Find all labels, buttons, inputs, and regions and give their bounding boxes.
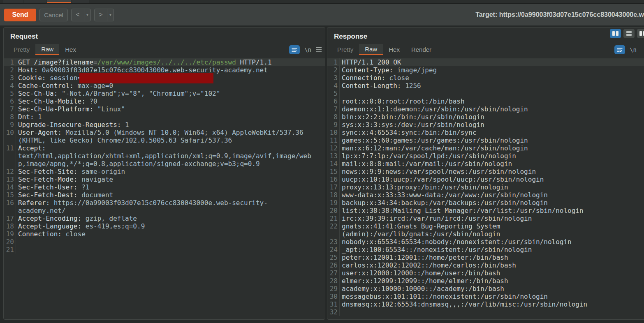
line-text bbox=[340, 308, 644, 316]
line-number: 2 bbox=[4, 66, 16, 74]
line-number: 13 bbox=[327, 152, 340, 160]
editor-line: 16uucp:x:10:10:uucp:/var/spool/uucp:/usr… bbox=[327, 175, 644, 183]
newline-toggle-icon[interactable]: \n bbox=[630, 46, 637, 53]
editor-line: 24_apt:x:100:65534::/nonexistent:/usr/sb… bbox=[327, 246, 644, 254]
repeater-tab-3[interactable] bbox=[47, 0, 71, 3]
response-tab-render[interactable]: Render bbox=[405, 44, 437, 55]
hamburger-menu-icon[interactable] bbox=[316, 47, 322, 52]
line-text: man:x:6:12:man:/var/cache/man:/usr/sbin/… bbox=[340, 144, 644, 152]
line-number: 9 bbox=[4, 121, 16, 129]
repeater-tab-1[interactable] bbox=[3, 0, 23, 3]
response-tab-pretty[interactable]: Pretty bbox=[331, 44, 359, 55]
editor-line: 1GET /image?filename=/var/www/images/../… bbox=[4, 58, 325, 66]
editor-line: 9Upgrade-Insecure-Requests: 1 bbox=[4, 121, 325, 129]
word-wrap-icon[interactable] bbox=[289, 45, 300, 54]
editor-line: 20list:x:38:38:Mailing List Manager:/var… bbox=[327, 207, 644, 215]
response-editor[interactable]: 1HTTP/1.1 200 OK2Content-Type: image/jpe… bbox=[327, 58, 644, 319]
line-text: Sec-Fetch-User: ?1 bbox=[16, 183, 313, 191]
split-columns-layout-icon[interactable] bbox=[610, 29, 621, 38]
line-number: 17 bbox=[327, 183, 340, 191]
line-text: sync:x:4:65534:sync:/bin:/bin/sync bbox=[340, 129, 644, 136]
line-number: 25 bbox=[327, 254, 340, 261]
split-rows-layout-icon[interactable] bbox=[623, 29, 635, 38]
target-info: Target: https://0a99003f03d07e15c076cc83… bbox=[475, 11, 644, 18]
editor-line: 17proxy:x:13:13:proxy:/bin:/usr/sbin/nol… bbox=[327, 183, 644, 191]
chevron-down-icon[interactable]: ▼ bbox=[107, 9, 114, 21]
editor-line: 19Connection: close bbox=[4, 230, 325, 238]
line-text: carlos:x:12002:12002::/home/carlos:/bin/… bbox=[340, 261, 644, 269]
editor-line: 16Referer: https://0a99003f03d07e15c076c… bbox=[4, 199, 325, 215]
line-text: root:x:0:0:root:/root:/bin/bash bbox=[340, 97, 644, 105]
cancel-button[interactable]: Cancel bbox=[39, 9, 68, 21]
editor-line: 14Sec-Fetch-User: ?1 bbox=[4, 183, 325, 191]
single-pane-layout-icon[interactable] bbox=[637, 29, 644, 38]
line-number: 21 bbox=[4, 246, 16, 254]
line-number: 19 bbox=[4, 230, 16, 238]
target-label: Target: bbox=[475, 11, 497, 18]
line-number: 16 bbox=[327, 175, 340, 183]
line-text: Content-Length: 1256 bbox=[340, 82, 644, 90]
editor-line: 19backup:x:34:34:backup:/var/backups:/us… bbox=[327, 199, 644, 207]
editor-line: 1HTTP/1.1 200 OK bbox=[327, 58, 644, 66]
request-tab-pretty[interactable]: Pretty bbox=[8, 44, 35, 55]
request-editor[interactable]: 1GET /image?filename=/var/www/images/../… bbox=[4, 58, 325, 319]
line-text: Sec-Fetch-Mode: navigate bbox=[16, 175, 313, 183]
editor-line: 18Accept-Language: es-419,es;q=0.9 bbox=[4, 222, 325, 230]
repeater-tab-2[interactable] bbox=[24, 0, 46, 3]
request-tab-hex[interactable]: Hex bbox=[59, 44, 82, 55]
word-wrap-icon[interactable] bbox=[614, 45, 625, 54]
line-text: Cookie: session= bbox=[16, 74, 313, 82]
line-number: 6 bbox=[327, 97, 340, 105]
line-text: games:x:5:60:games:/usr/games:/usr/sbin/… bbox=[340, 136, 644, 144]
forward-button[interactable]: > ▼ bbox=[94, 9, 114, 21]
line-number: 7 bbox=[4, 105, 16, 113]
line-number: 14 bbox=[327, 160, 340, 168]
editor-line: 13Sec-Fetch-Mode: navigate bbox=[4, 175, 325, 183]
editor-line: 11games:x:5:60:games:/usr/games:/usr/sbi… bbox=[327, 136, 644, 144]
line-number: 7 bbox=[327, 105, 340, 113]
line-text: backup:x:34:34:backup:/var/backups:/usr/… bbox=[340, 199, 644, 207]
newline-toggle-icon[interactable]: \n bbox=[304, 46, 311, 53]
line-text: lp:x:7:7:lp:/var/spool/lpd:/usr/sbin/nol… bbox=[340, 152, 644, 160]
line-number: 15 bbox=[4, 191, 16, 199]
editor-line: 10sync:x:4:65534:sync:/bin:/bin/sync bbox=[327, 129, 644, 136]
line-text: messagebus:x:101:101::/nonexistent:/usr/… bbox=[340, 293, 644, 300]
editor-line: 31dnsmasq:x:102:65534:dnsmasq,,,:/var/li… bbox=[327, 300, 644, 308]
line-number: 2 bbox=[327, 66, 340, 74]
line-number: 11 bbox=[4, 144, 16, 168]
line-number: 20 bbox=[327, 207, 340, 215]
editor-line: 3Cookie: session= bbox=[4, 74, 325, 82]
toolbar: Send Cancel < ▼ > ▼ Target: https://0a99… bbox=[0, 4, 644, 25]
editor-line: 5 bbox=[327, 90, 644, 97]
line-number: 6 bbox=[4, 97, 16, 105]
editor-line: 3Connection: close bbox=[327, 74, 644, 82]
line-text: Upgrade-Insecure-Requests: 1 bbox=[16, 121, 313, 129]
line-number: 8 bbox=[327, 113, 340, 121]
editor-line: 11Accept: text/html,application/xhtml+xm… bbox=[4, 144, 325, 168]
back-button[interactable]: < ▼ bbox=[71, 9, 91, 21]
response-tab-hex[interactable]: Hex bbox=[383, 44, 405, 55]
request-tab-icons: \n bbox=[289, 44, 325, 55]
line-text: Connection: close bbox=[340, 74, 644, 82]
editor-line: 29academy:x:10000:10000::/academy:/bin/b… bbox=[327, 285, 644, 293]
line-text: Accept-Encoding: gzip, deflate bbox=[16, 215, 313, 222]
request-tabs: PrettyRawHex \n bbox=[8, 44, 325, 55]
editor-line: 17Accept-Encoding: gzip, deflate bbox=[4, 215, 325, 222]
line-text: proxy:x:13:13:proxy:/bin:/usr/sbin/nolog… bbox=[340, 183, 644, 191]
line-text: dnsmasq:x:102:65534:dnsmasq,,,:/var/lib/… bbox=[340, 300, 644, 308]
line-text: GET /image?filename=/var/www/images/../.… bbox=[16, 58, 313, 66]
line-text: Sec-Fetch-Dest: document bbox=[16, 191, 313, 199]
line-number: 20 bbox=[4, 238, 16, 246]
repeater-tab-4[interactable] bbox=[72, 0, 89, 3]
request-tab-raw[interactable]: Raw bbox=[35, 44, 59, 55]
line-number: 14 bbox=[4, 183, 16, 191]
editor-line: 22gnats:x:41:41:Gnats Bug-Reporting Syst… bbox=[327, 222, 644, 238]
response-tab-raw[interactable]: Raw bbox=[359, 44, 383, 55]
line-text: bin:x:2:2:bin:/bin:/usr/sbin/nologin bbox=[340, 113, 644, 121]
response-tab-icons: \n bbox=[614, 44, 644, 55]
line-number: 32 bbox=[327, 308, 340, 316]
chevron-down-icon[interactable]: ▼ bbox=[84, 9, 90, 21]
send-button[interactable]: Send bbox=[4, 9, 36, 21]
editor-line: 10User-Agent: Mozilla/5.0 (Windows NT 10… bbox=[4, 129, 325, 144]
line-text: Dnt: 1 bbox=[16, 113, 313, 121]
